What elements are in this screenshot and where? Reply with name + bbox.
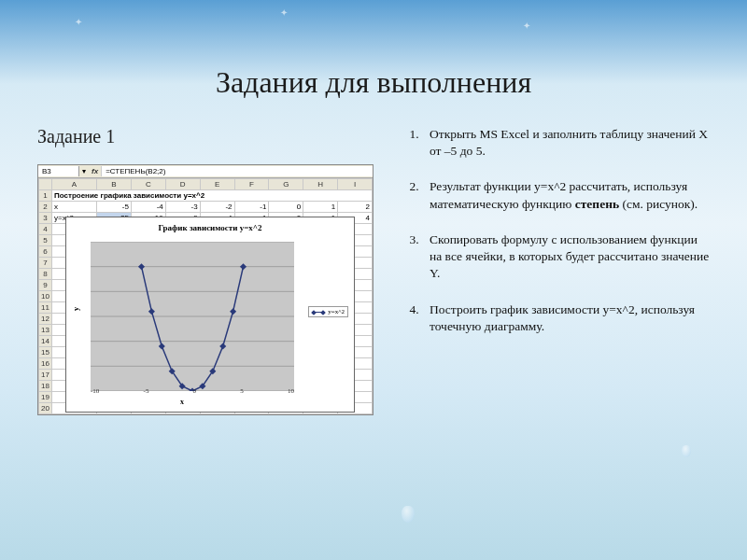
row-header: 15 <box>39 347 52 358</box>
formula-bar: B3 ▾ fx =СТЕПЕНЬ(B2;2) <box>38 165 373 178</box>
plot-area <box>91 242 294 391</box>
row-header: 7 <box>39 258 52 269</box>
chart-title: График зависимости y=x^2 <box>66 217 354 234</box>
fx-icon: fx <box>89 167 101 175</box>
x-tick: 0 <box>193 387 197 395</box>
chart-legend: y=x^2 <box>308 306 348 317</box>
page-title: Задания для выполнения <box>37 65 710 100</box>
row-header: 2 <box>39 202 52 213</box>
list-item: Построить график зависимости y=x^2, испо… <box>422 301 710 335</box>
x-tick: -10 <box>91 387 99 395</box>
row-header: 6 <box>39 246 52 258</box>
content-row: Задание 1 B3 ▾ fx =СТЕПЕНЬ(B2;2) ABCDEFG… <box>37 126 710 444</box>
legend-label: y=x^2 <box>328 308 345 315</box>
cell: 1 <box>303 202 338 213</box>
name-box: B3 <box>38 166 79 176</box>
task-text: Скопировать формулу с использованием фун… <box>430 232 709 280</box>
list-item: Открыть MS Excel и заполнить таблицу зна… <box>422 126 710 160</box>
col-header <box>39 179 52 190</box>
row-header: 3 <box>39 213 52 224</box>
cell: -3 <box>165 202 200 213</box>
row-header: 18 <box>39 381 52 392</box>
right-column: Открыть MS Excel и заполнить таблицу зна… <box>402 126 710 444</box>
task-text: (см. рисунок). <box>619 197 698 211</box>
cell: Построение графика зависимости y=x^2 <box>52 190 373 202</box>
y-axis-label: y <box>72 307 80 311</box>
list-item: Результат функции y=x^2 рассчитать, испо… <box>422 178 710 212</box>
col-header: B <box>97 179 132 190</box>
embedded-chart: График зависимости y=x^2 y 302520151050 … <box>65 217 355 413</box>
svg-rect-8 <box>148 308 155 315</box>
cell: 2 <box>338 202 373 213</box>
row-header: 12 <box>39 314 52 325</box>
row-header: 10 <box>39 291 52 302</box>
cell: 0 <box>269 202 303 213</box>
row-header: 17 <box>39 370 52 381</box>
slide: Задания для выполнения Задание 1 B3 ▾ fx… <box>0 0 747 560</box>
col-header: F <box>234 179 269 190</box>
list-item: Скопировать формулу с использованием фун… <box>422 231 710 283</box>
task-list: Открыть MS Excel и заполнить таблицу зна… <box>402 126 710 335</box>
x-tick: -5 <box>144 387 149 395</box>
col-header: D <box>165 179 200 190</box>
task-bold: степень <box>575 197 619 211</box>
svg-rect-15 <box>219 343 226 349</box>
svg-rect-16 <box>230 308 236 315</box>
row-header: 5 <box>39 235 52 246</box>
row-header: 16 <box>39 358 52 370</box>
cell: x <box>52 202 97 213</box>
svg-rect-17 <box>240 263 247 270</box>
cell: -5 <box>97 202 132 213</box>
table-row: 1Построение графика зависимости y=x^2 <box>39 190 373 202</box>
task-subtitle: Задание 1 <box>37 126 374 147</box>
col-header: C <box>131 179 165 190</box>
row-header: 9 <box>39 280 52 291</box>
cell: -2 <box>200 202 234 213</box>
col-header: I <box>338 179 373 190</box>
excel-screenshot: B3 ▾ fx =СТЕПЕНЬ(B2;2) ABCDEFGHI 1Постро… <box>37 164 374 444</box>
col-header: E <box>200 179 234 190</box>
table-row: 2x-5-4-3-2-1012 <box>39 202 373 213</box>
x-tick: 5 <box>240 387 244 395</box>
svg-rect-7 <box>138 263 145 270</box>
cell: -4 <box>131 202 165 213</box>
cell: -1 <box>234 202 269 213</box>
svg-rect-9 <box>159 343 165 349</box>
row-header: 4 <box>39 224 52 235</box>
x-axis-ticks: -10-50510 <box>91 387 294 395</box>
row-header: 20 <box>39 403 52 414</box>
row-header: 19 <box>39 392 52 403</box>
formula-value: =СТЕПЕНЬ(B2;2) <box>101 166 373 176</box>
row-header: 1 <box>39 190 52 202</box>
task-text: Открыть MS Excel и заполнить таблицу зна… <box>430 127 708 158</box>
column-headers: ABCDEFGHI <box>39 179 373 190</box>
col-header: G <box>269 179 303 190</box>
x-tick: 10 <box>288 387 294 395</box>
legend-marker-icon <box>312 312 325 313</box>
row-header: 8 <box>39 269 52 280</box>
x-axis-label: x <box>66 398 298 406</box>
row-header: 14 <box>39 336 52 347</box>
row-header: 11 <box>39 302 52 314</box>
col-header: H <box>303 179 338 190</box>
row-header: 13 <box>39 325 52 336</box>
left-column: Задание 1 B3 ▾ fx =СТЕПЕНЬ(B2;2) ABCDEFG… <box>37 126 374 444</box>
col-header: A <box>52 179 97 190</box>
task-text: Построить график зависимости y=x^2, испо… <box>430 302 695 333</box>
